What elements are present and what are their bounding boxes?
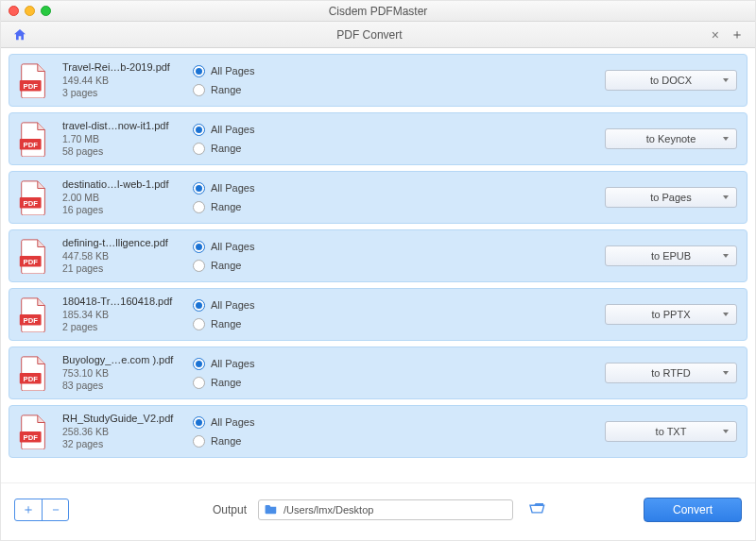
radio-range[interactable]: Range (193, 197, 254, 216)
toolbar: PDF Convert × ＋ (1, 22, 755, 48)
radio-icon (193, 124, 205, 136)
tab-pdf-convert[interactable]: PDF Convert (33, 28, 706, 42)
file-name: travel-dist…now-it1.pdf (62, 119, 185, 132)
pdf-file-icon: PDF (19, 355, 49, 391)
pdf-file-icon: PDF (19, 121, 49, 157)
radio-range[interactable]: Range (193, 314, 254, 333)
radio-icon (193, 182, 205, 194)
file-row[interactable]: PDF 180418-Tr…160418.pdf 185.34 KB 2 pag… (9, 288, 747, 341)
browse-output-button[interactable] (528, 501, 545, 517)
file-size: 258.36 KB (62, 426, 185, 439)
file-size: 1.70 MB (62, 133, 185, 146)
svg-text:PDF: PDF (24, 199, 39, 208)
file-pages: 3 pages (62, 87, 185, 100)
add-remove-group: ＋ － (14, 499, 69, 521)
radio-range[interactable]: Range (193, 431, 254, 450)
file-info: defining-t…lligence.pdf 447.58 KB 21 pag… (62, 236, 185, 276)
file-row[interactable]: PDF RH_StudyGuide_V2.pdf 258.36 KB 32 pa… (9, 405, 747, 458)
titlebar: Cisdem PDFMaster (1, 1, 755, 22)
file-pages: 83 pages (62, 380, 185, 393)
output-format-dropdown[interactable]: to Pages (605, 187, 737, 208)
radio-all-pages[interactable]: All Pages (193, 237, 254, 256)
file-row[interactable]: PDF Travel-Rei…b-2019.pdf 149.44 KB 3 pa… (9, 54, 747, 107)
pdf-file-icon: PDF (19, 238, 49, 274)
radio-all-pages[interactable]: All Pages (193, 61, 254, 80)
file-info: destinatio…l-web-1.pdf 2.00 MB 16 pages (62, 178, 185, 217)
radio-icon (193, 318, 205, 330)
radio-all-pages[interactable]: All Pages (193, 178, 254, 197)
radio-all-pages[interactable]: All Pages (193, 120, 254, 139)
radio-icon (193, 435, 205, 448)
add-tab-button[interactable]: ＋ (725, 25, 749, 45)
file-name: destinatio…l-web-1.pdf (62, 178, 185, 191)
radio-icon (193, 260, 205, 272)
file-pages: 58 pages (62, 145, 185, 159)
radio-icon (193, 143, 205, 155)
svg-text:PDF: PDF (24, 82, 39, 91)
page-range-group: All Pages Range (193, 237, 254, 275)
file-info: Buyology_…e.com ).pdf 753.10 KB 83 pages (62, 353, 185, 393)
close-tab-button[interactable]: × (706, 27, 725, 42)
page-range-group: All Pages Range (193, 178, 254, 216)
svg-text:PDF: PDF (24, 433, 39, 442)
radio-icon (193, 299, 205, 312)
file-size: 149.44 KB (62, 75, 185, 88)
file-size: 447.58 KB (62, 250, 185, 263)
radio-icon (193, 241, 205, 253)
file-row[interactable]: PDF destinatio…l-web-1.pdf 2.00 MB 16 pa… (9, 171, 747, 224)
output-format-dropdown[interactable]: to RTFD (605, 363, 737, 383)
svg-text:PDF: PDF (24, 316, 39, 325)
file-size: 185.34 KB (62, 309, 185, 322)
page-range-group: All Pages Range (193, 296, 254, 333)
file-info: Travel-Rei…b-2019.pdf 149.44 KB 3 pages (62, 60, 185, 100)
page-range-group: All Pages Range (193, 413, 254, 450)
output-format-dropdown[interactable]: to EPUB (605, 245, 737, 266)
svg-text:PDF: PDF (24, 258, 39, 266)
file-pages: 2 pages (62, 321, 185, 334)
file-info: RH_StudyGuide_V2.pdf 258.36 KB 32 pages (62, 412, 185, 451)
radio-icon (193, 358, 205, 370)
radio-all-pages[interactable]: All Pages (193, 354, 254, 373)
output-format-dropdown[interactable]: to TXT (605, 421, 737, 442)
file-name: Travel-Rei…b-2019.pdf (62, 60, 185, 74)
add-file-button[interactable]: ＋ (15, 499, 42, 520)
file-row[interactable]: PDF defining-t…lligence.pdf 447.58 KB 21… (9, 229, 747, 282)
output-format-dropdown[interactable]: to DOCX (605, 70, 737, 91)
pdf-file-icon: PDF (19, 296, 49, 332)
remove-file-button[interactable]: － (42, 499, 68, 520)
radio-all-pages[interactable]: All Pages (193, 413, 254, 431)
radio-icon (193, 65, 205, 77)
file-row[interactable]: PDF travel-dist…now-it1.pdf 1.70 MB 58 p… (9, 112, 747, 165)
file-name: RH_StudyGuide_V2.pdf (62, 412, 185, 425)
radio-icon (193, 416, 205, 429)
radio-icon (193, 84, 205, 96)
page-range-group: All Pages Range (193, 61, 254, 99)
home-button[interactable] (7, 25, 33, 45)
svg-text:PDF: PDF (24, 141, 39, 149)
radio-range[interactable]: Range (193, 256, 254, 275)
radio-range[interactable]: Range (193, 139, 254, 158)
file-pages: 16 pages (62, 204, 185, 217)
output-format-dropdown[interactable]: to PPTX (605, 304, 737, 325)
file-name: defining-t…lligence.pdf (62, 236, 185, 249)
file-pages: 21 pages (62, 262, 185, 276)
footer: ＋ － Output /Users/lmx/Desktop Convert (1, 482, 755, 535)
file-size: 2.00 MB (62, 192, 185, 205)
file-row[interactable]: PDF Buyology_…e.com ).pdf 753.10 KB 83 p… (9, 347, 747, 399)
radio-range[interactable]: Range (193, 80, 254, 99)
svg-text:PDF: PDF (24, 375, 39, 383)
pdf-file-icon: PDF (19, 179, 49, 215)
output-format-dropdown[interactable]: to Keynote (605, 128, 737, 149)
output-path-text: /Users/lmx/Desktop (284, 504, 373, 516)
radio-all-pages[interactable]: All Pages (193, 296, 254, 314)
file-info: 180418-Tr…160418.pdf 185.34 KB 2 pages (62, 295, 185, 334)
file-info: travel-dist…now-it1.pdf 1.70 MB 58 pages (62, 119, 185, 159)
output-label: Output (213, 503, 247, 516)
radio-icon (193, 377, 205, 389)
output-path-field[interactable]: /Users/lmx/Desktop (258, 499, 513, 520)
radio-range[interactable]: Range (193, 373, 254, 392)
radio-icon (193, 201, 205, 213)
file-name: 180418-Tr…160418.pdf (62, 295, 185, 308)
folder-icon (265, 503, 278, 516)
convert-button[interactable]: Convert (644, 498, 742, 522)
